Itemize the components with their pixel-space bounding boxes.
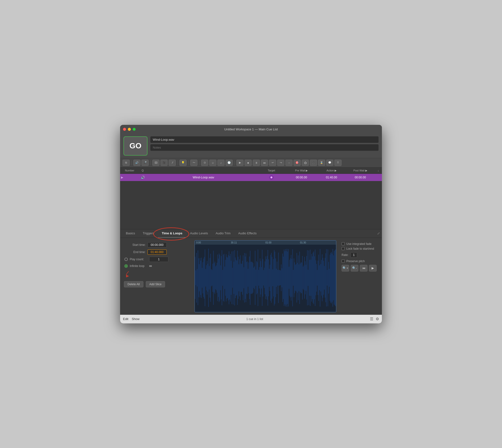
show-button[interactable]: Show xyxy=(132,317,140,321)
cue-type-icon: 🔊 xyxy=(135,176,150,179)
main-window: Untitled Workspace 1 — Main Cue List GO … xyxy=(120,125,382,323)
svg-rect-155 xyxy=(303,267,303,288)
edit-button[interactable]: Edit xyxy=(123,317,128,321)
svg-rect-27 xyxy=(212,264,213,292)
pause-icon[interactable]: ⏸ xyxy=(253,160,260,166)
svg-rect-195 xyxy=(331,252,331,304)
svg-rect-32 xyxy=(216,265,216,290)
delete-all-button[interactable]: Delete All xyxy=(124,281,143,287)
svg-rect-125 xyxy=(282,268,282,287)
next-icon[interactable]: ⏭ xyxy=(261,160,268,166)
svg-rect-52 xyxy=(230,254,231,301)
svg-rect-15 xyxy=(204,257,204,299)
play-icon[interactable]: ▶ xyxy=(236,160,243,166)
zoom-in-button[interactable]: 🔍+ xyxy=(341,265,349,272)
copy-icon[interactable]: ⧉ xyxy=(123,160,130,166)
headphones-icon[interactable]: 🎧 xyxy=(310,160,317,166)
tab-basics[interactable]: Basics xyxy=(122,229,139,238)
waveform-canvas[interactable]: // Will be generated below xyxy=(195,245,336,311)
list-icon[interactable]: ☰ xyxy=(370,317,373,321)
svg-rect-161 xyxy=(307,250,308,305)
svg-rect-141 xyxy=(293,270,293,286)
go-button[interactable]: GO xyxy=(123,136,147,156)
waveform-area: 0:00 30.11 01:00 01:30 // Will be genera… xyxy=(194,240,336,312)
svg-rect-25 xyxy=(211,269,212,287)
play-count-radio[interactable] xyxy=(124,258,128,261)
svg-rect-153 xyxy=(301,262,302,293)
tab-audio-effects[interactable]: Audio Effects xyxy=(234,229,260,238)
svg-rect-120 xyxy=(278,252,279,303)
play-button[interactable]: ▶ xyxy=(369,265,377,272)
close-button[interactable] xyxy=(123,128,126,131)
start-time-value[interactable]: 00:00.000 xyxy=(147,242,167,248)
tab-triggers[interactable]: Triggers xyxy=(139,229,158,238)
redo-icon[interactable]: ↪ xyxy=(277,160,284,166)
stop-icon[interactable]: ■ xyxy=(244,160,252,166)
target-icon[interactable]: ⊙ xyxy=(201,160,208,166)
tab-audio-trim[interactable]: Audio Trim xyxy=(212,229,234,238)
tab-audio-levels[interactable]: Audio Levels xyxy=(186,229,212,238)
clock-icon[interactable]: 🕐 xyxy=(226,160,233,166)
zoom-out-button[interactable]: 🔍- xyxy=(351,265,358,272)
rewind-button[interactable]: ⏮ xyxy=(360,265,368,272)
col-number: Number xyxy=(123,169,135,172)
cue-name-input[interactable] xyxy=(150,136,379,143)
svg-rect-145 xyxy=(296,264,296,291)
svg-rect-80 xyxy=(250,251,250,305)
volume-icon[interactable]: 🔊 xyxy=(133,160,141,166)
svg-rect-124 xyxy=(281,264,281,291)
video-icon[interactable]: 🎞 xyxy=(152,160,160,166)
light-icon[interactable]: 💡 xyxy=(179,160,187,166)
svg-rect-107 xyxy=(269,269,270,287)
notes-input[interactable] xyxy=(150,144,379,151)
play-count-label: Play count: xyxy=(130,258,148,261)
svg-rect-197 xyxy=(332,249,333,306)
svg-rect-5 xyxy=(197,269,197,287)
toolbar: ⧉ 🔊 🎤 🎞 🎥 𝑇 💡 〜 ⊙ ☺ ♪ 🕐 ▶ ■ ⏸ ⏭ ↩ ↪ → 🎯 … xyxy=(120,158,382,167)
minimize-button[interactable] xyxy=(128,128,131,131)
svg-rect-62 xyxy=(237,251,238,305)
titlebar: Untitled Workspace 1 — Main Cue List xyxy=(120,125,382,134)
tab-time-loops[interactable]: Time & Loops xyxy=(158,229,186,238)
maximize-button[interactable] xyxy=(133,128,136,131)
text-icon[interactable]: 𝑇 xyxy=(169,160,176,166)
expand-icon[interactable]: ⤢ xyxy=(377,231,380,235)
music-icon[interactable]: ♪ xyxy=(217,160,225,166)
svg-rect-81 xyxy=(251,262,251,294)
forward-icon[interactable]: → xyxy=(285,160,292,166)
infinite-loop-radio[interactable] xyxy=(124,264,128,268)
play-count-value[interactable]: 1 xyxy=(149,257,168,262)
header-area: GO xyxy=(120,134,382,158)
face-icon[interactable]: ☺ xyxy=(209,160,216,166)
settings-icon[interactable]: ⚙ xyxy=(376,317,379,321)
svg-rect-75 xyxy=(246,262,247,293)
infinite-loop-label: Infinite loop xyxy=(130,264,148,268)
dart-icon[interactable]: 🎯 xyxy=(293,160,301,166)
add-slice-button[interactable]: Add Slice xyxy=(146,281,165,287)
svg-rect-14 xyxy=(203,258,204,297)
svg-rect-172 xyxy=(315,249,315,306)
svg-rect-167 xyxy=(311,254,312,301)
integrated-fade-checkbox[interactable] xyxy=(341,242,345,245)
mic-icon[interactable]: 🎤 xyxy=(142,160,149,166)
wave-icon[interactable]: 〜 xyxy=(190,160,197,166)
svg-rect-134 xyxy=(288,249,289,306)
grid-icon[interactable]: ⠿ xyxy=(334,160,341,166)
svg-rect-189 xyxy=(327,270,327,286)
svg-rect-98 xyxy=(262,259,263,296)
hourglass-icon[interactable]: ⌛ xyxy=(318,160,325,166)
preserve-pitch-checkbox[interactable] xyxy=(341,259,345,263)
end-time-value[interactable]: 01:40.000 xyxy=(147,249,167,255)
undo-icon[interactable]: ↩ xyxy=(269,160,276,166)
chat-icon[interactable]: 💬 xyxy=(326,160,333,166)
svg-rect-37 xyxy=(220,255,220,301)
lock-fade-checkbox[interactable] xyxy=(341,247,345,250)
traffic-lights xyxy=(123,128,136,131)
cue-row[interactable]: ▶ 🔊 Wind-Loop.wav 00:00.00 01:40.00 00:0… xyxy=(120,174,382,181)
svg-rect-199 xyxy=(334,251,334,304)
svg-rect-164 xyxy=(309,260,310,296)
camera-icon[interactable]: 🎥 xyxy=(161,160,168,166)
power-icon[interactable]: ⏻ xyxy=(302,160,309,166)
rate-value[interactable]: 1 xyxy=(350,252,357,258)
svg-rect-97 xyxy=(262,250,262,306)
